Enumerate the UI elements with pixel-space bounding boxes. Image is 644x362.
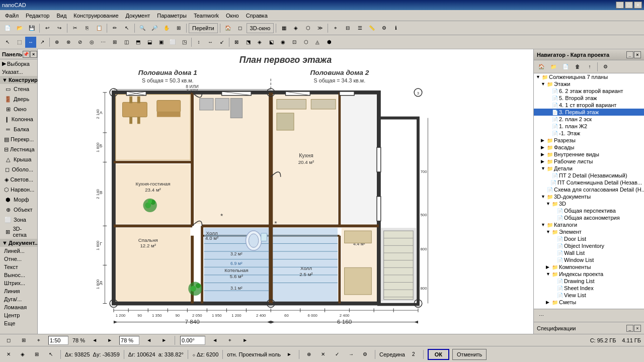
menu-window[interactable]: Окно xyxy=(223,12,242,20)
t2-btn4[interactable]: ↗ xyxy=(37,37,48,48)
tree-item-window-list[interactable]: 📄 Window List xyxy=(534,256,644,263)
t2-btn2[interactable]: ⬚ xyxy=(14,37,25,48)
t2-btn18[interactable]: ↔ xyxy=(205,37,216,48)
zoom-in-btn[interactable]: 🔍 xyxy=(137,23,148,34)
t2-btn8[interactable]: ◎ xyxy=(86,37,97,48)
spec-close-btn[interactable]: × xyxy=(634,325,641,332)
t2-btn9[interactable]: ⋯ xyxy=(98,37,109,48)
canvas-area[interactable]: План первого этажа Половина дома 1 S общ… xyxy=(38,49,533,334)
panel-krysha[interactable]: △ Крыша xyxy=(0,154,37,164)
panel-vyborka[interactable]: ▶Выборка xyxy=(0,59,37,68)
t2-btn27[interactable]: ◬ xyxy=(312,37,323,48)
panel-dver[interactable]: 🚪 Дверь xyxy=(0,94,37,104)
tree-item-etazhi[interactable]: ▼ 📁 Этажи xyxy=(534,80,644,87)
snap-btn[interactable]: ⌖ xyxy=(330,23,341,34)
tree-item-detail-schema[interactable]: 📄 Схема для согласования Detail (H... xyxy=(534,186,644,193)
render-btn1[interactable]: ▦ xyxy=(278,23,289,34)
render-btn3[interactable]: ⬡ xyxy=(302,23,313,34)
nav-up-btn[interactable]: ↑ xyxy=(584,61,595,72)
zoom2-plus-btn[interactable]: ► xyxy=(158,335,170,346)
nav-home-btn[interactable]: 🏠 xyxy=(536,61,547,72)
tree-item-root[interactable]: ▼ 📁 Солженицына 7 планы xyxy=(534,73,644,80)
panel-stena[interactable]: ▭ Стена xyxy=(0,84,37,94)
tree-item-etazh4[interactable]: 📄 4. 1 ст второй вариант xyxy=(534,102,644,109)
spec-min-btn[interactable]: _ xyxy=(626,325,633,332)
panel-otne[interactable]: Отне... xyxy=(0,255,37,263)
nav-settings-btn[interactable]: ⚙ xyxy=(600,61,611,72)
panel-liney[interactable]: Линей... xyxy=(0,247,37,255)
tree-item-sheet-index[interactable]: 📄 Sheet Index xyxy=(534,285,644,292)
nav-close-btn[interactable]: × xyxy=(634,51,641,58)
3d-window-btn[interactable]: 3D-окно xyxy=(247,23,274,33)
panel-balka[interactable]: ═ Балка xyxy=(0,124,37,134)
t2-btn19[interactable]: ↙ xyxy=(216,37,227,48)
tree-item-vnutr[interactable]: ▶ 📁 Внутренние виды xyxy=(534,151,644,158)
floor-plan-svg[interactable]: План первого этажа Половина дома 1 S общ… xyxy=(38,49,533,334)
t2-btn20[interactable]: ⊠ xyxy=(231,37,242,48)
panel-vynos[interactable]: Вынос... xyxy=(0,271,37,279)
panel-ukazat[interactable]: Указат... xyxy=(0,68,37,76)
coord-btn[interactable]: ► xyxy=(284,349,295,360)
bt-btn4[interactable]: ↖ xyxy=(45,349,56,360)
more-btn[interactable]: ≫ xyxy=(314,23,326,34)
t2-btn13[interactable]: ⬓ xyxy=(144,37,155,48)
t2-btn12[interactable]: ⬒ xyxy=(132,37,143,48)
zoom-minus-btn[interactable]: ◄ xyxy=(89,335,100,346)
nav-folder-new-btn[interactable]: 📁 xyxy=(548,61,559,72)
bt-btn3[interactable]: ⊞ xyxy=(31,349,42,360)
t2-btn6[interactable]: ⊗ xyxy=(63,37,74,48)
tree-item-view-list[interactable]: 📄 View List xyxy=(534,292,644,299)
fit-btn[interactable]: ⊞ xyxy=(173,23,184,34)
panel-obolo[interactable]: ◻ Оболо... xyxy=(0,164,37,174)
snap-toggle-btn[interactable]: ► xyxy=(239,335,251,346)
nav-min-btn[interactable]: _ xyxy=(626,51,633,58)
status-snap-btn[interactable]: ⌖ xyxy=(33,335,44,346)
tree-item-etazh-1[interactable]: 📄 -1. Этаж xyxy=(534,130,644,137)
panel-okno[interactable]: ⊞ Окно xyxy=(0,104,37,114)
panel-eshche[interactable]: Еще xyxy=(0,319,37,327)
tree-item-smety[interactable]: ▶ 📁 Сметы xyxy=(534,299,644,306)
snap-x-btn[interactable]: ✕ xyxy=(317,349,329,360)
minimize-btn[interactable]: _ xyxy=(616,2,624,9)
panel-object[interactable]: ⊕ Объект xyxy=(0,205,37,215)
select-btn[interactable]: ↖ xyxy=(121,23,132,34)
snap-num-btn[interactable]: 2 xyxy=(408,349,419,360)
t2-btn24[interactable]: ◉ xyxy=(277,37,288,48)
nav-add-btn[interactable]: 📄 xyxy=(560,61,571,72)
t2-btn1[interactable]: ↖ xyxy=(2,37,13,48)
panel-tekst[interactable]: Текст xyxy=(0,263,37,271)
t2-btn22[interactable]: ◈ xyxy=(254,37,265,48)
render-btn2[interactable]: ◈ xyxy=(290,23,301,34)
t2-btn17[interactable]: ↕ xyxy=(193,37,204,48)
angle-btn[interactable]: ◄ xyxy=(209,335,220,346)
menu-file[interactable]: Файл xyxy=(2,12,22,20)
ok-button[interactable]: ОК xyxy=(428,349,449,360)
tree-item-detail-solzh[interactable]: 📄 ПТ Солженицына Detail (Незав... xyxy=(534,179,644,186)
tree-item-wall-list[interactable]: 📄 Wall List xyxy=(534,249,644,256)
t2-btn16[interactable]: ◳ xyxy=(179,37,190,48)
undo-btn[interactable]: ↩ xyxy=(42,23,53,34)
tree-item-drawing-list[interactable]: 📄 Drawing List xyxy=(534,278,644,285)
snap-arrow-btn[interactable]: → xyxy=(346,349,357,360)
pan-btn[interactable]: ✋ xyxy=(161,23,172,34)
open-btn[interactable]: 📂 xyxy=(14,23,25,34)
tree-item-indeksy[interactable]: ▼ 📁 Индексы проекта xyxy=(534,270,644,278)
panel-linia[interactable]: Линия xyxy=(0,287,37,295)
tree-item-etazh5[interactable]: 📄 5. Второй этаж xyxy=(534,95,644,102)
panel-close-btn[interactable]: × xyxy=(30,51,37,58)
3d-btn1[interactable]: 🏠 xyxy=(222,23,233,34)
tree-item-fasady[interactable]: ▶ 📁 Фасады xyxy=(534,144,644,151)
grid-btn[interactable]: ⊟ xyxy=(342,23,353,34)
panel-lestnica[interactable]: ⊟ Лестница xyxy=(0,144,37,154)
panel-kolonna[interactable]: ❙ Колонна xyxy=(0,114,37,124)
tree-item-katalogi[interactable]: ▼ 📁 Каталоги xyxy=(534,221,644,228)
copy-btn[interactable]: ⎘ xyxy=(82,23,93,34)
snap-gear-btn[interactable]: ⚙ xyxy=(360,349,371,360)
t2-btn15[interactable]: ⬜ xyxy=(167,37,178,48)
t2-btn28[interactable]: ⬢ xyxy=(324,37,335,48)
tree-item-element[interactable]: ▼ 📁 Элемент xyxy=(534,228,644,235)
panel-tsentr[interactable]: Центр xyxy=(0,311,37,319)
t2-btn10[interactable]: ⊞ xyxy=(109,37,120,48)
menu-view[interactable]: Вид xyxy=(53,12,69,20)
measure-btn[interactable]: 📏 xyxy=(366,23,377,34)
